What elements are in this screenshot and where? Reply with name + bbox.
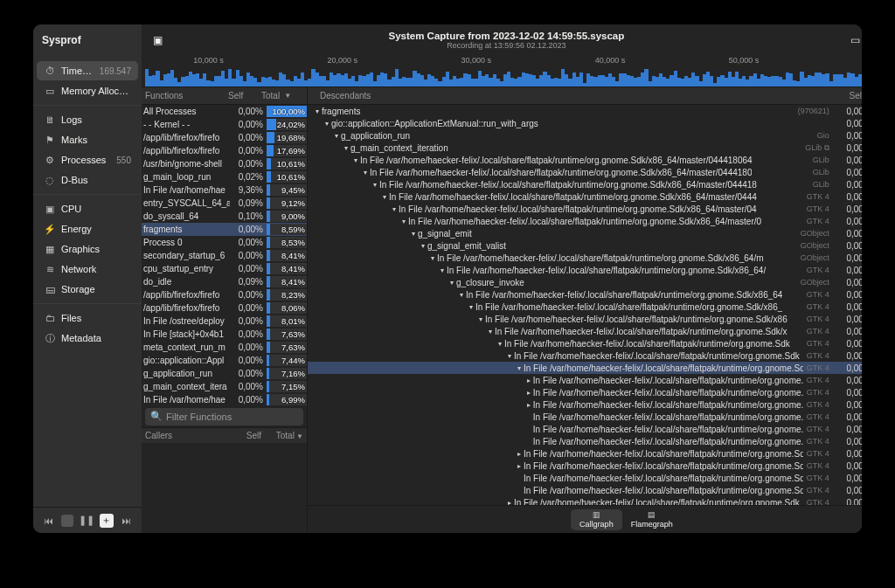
row-expander-icon[interactable]: ▸	[524, 377, 533, 384]
descendant-row[interactable]: ▾g_signal_emitGObject0,00%0,94%1590	[308, 227, 862, 239]
rewind-button[interactable]: ⏮	[41, 513, 57, 529]
callgraph-tab[interactable]: ▥ Callgraph	[571, 509, 622, 530]
sidebar-item[interactable]: 🗎Logs	[37, 110, 138, 129]
descendants-list[interactable]: ▾fragments(970621)0,00%8,59%14570▾gio::a…	[308, 105, 862, 505]
sidebar-toggle-button[interactable]: ▣	[147, 30, 168, 51]
flamegraph-tab[interactable]: ▤ Flamegraph	[622, 509, 682, 530]
sidebar-item[interactable]: ⏱Time Profiler169.547	[37, 61, 138, 80]
row-expander-icon[interactable]: ▾	[419, 242, 427, 250]
function-row[interactable]: /app/lib/firefox/firefo0,00%17,69%	[142, 144, 307, 157]
descendant-row[interactable]: ▾In File /var/home/haecker-felix/.local/…	[308, 301, 862, 313]
descendant-row[interactable]: ▸In File /var/home/haecker-felix/.local/…	[308, 460, 862, 472]
forward-button[interactable]: ⏭	[118, 513, 134, 529]
sidebar-item[interactable]: ⚡Energy	[37, 219, 138, 239]
descendant-row[interactable]: ▾g_application_runGio0,00%7,16%12132	[308, 129, 862, 142]
function-row[interactable]: All Processes0,00%100,00%	[142, 105, 307, 118]
screenshot-button[interactable]: ▭	[845, 30, 862, 51]
descendant-row[interactable]: In File /var/home/haecker-felix/.local/s…	[308, 423, 862, 435]
functions-col-total[interactable]: Total ▼	[261, 91, 303, 100]
function-row[interactable]: g_main_loop_run0,02%10,61%	[142, 170, 307, 183]
function-row[interactable]: cpu_startup_entry0,00%8,41%	[142, 262, 307, 275]
descendant-row[interactable]: ▾In File /var/home/haecker-felix/.local/…	[308, 337, 862, 349]
descendant-row[interactable]: ▾g_closure_invokeGObject0,00%0,84%1420	[308, 276, 862, 288]
row-expander-icon[interactable]: ▾	[486, 328, 495, 336]
functions-col-name[interactable]: Functions	[145, 91, 228, 100]
row-expander-icon[interactable]: ▾	[496, 340, 504, 348]
descendant-row[interactable]: In File /var/home/haecker-felix/.local/s…	[308, 484, 862, 496]
row-expander-icon[interactable]: ▾	[438, 266, 447, 274]
descendant-row[interactable]: ▾In File /var/home/haecker-felix/.local/…	[308, 288, 862, 301]
functions-list[interactable]: All Processes0,00%100,00%- - Kernel - -0…	[142, 105, 307, 406]
filter-functions-input[interactable]: 🔍 Filter Functions	[145, 408, 303, 425]
sidebar-item[interactable]: ▣CPU	[37, 199, 138, 218]
timeline[interactable]: 10,000 s20,000 s30,000 s40,000 s50,000 s…	[142, 56, 862, 87]
row-expander-icon[interactable]: ▸	[515, 450, 524, 458]
function-row[interactable]: gio::application::Appl0,00%7,44%	[142, 354, 307, 367]
sidebar-item[interactable]: ▦Graphics	[37, 239, 138, 259]
row-expander-icon[interactable]: ▾	[515, 364, 524, 372]
row-expander-icon[interactable]: ▸	[505, 499, 514, 506]
add-button[interactable]: ＋	[100, 514, 114, 528]
row-expander-icon[interactable]: ▾	[467, 303, 475, 311]
function-row[interactable]: entry_SYSCALL_64_a0,09%9,12%	[142, 197, 307, 210]
desc-col-name[interactable]: Descendants	[311, 91, 826, 100]
descendant-row[interactable]: ▾In File /var/home/haecker-felix/.local/…	[308, 215, 862, 227]
descendant-row[interactable]: ▾In File /var/home/haecker-felix/.local/…	[308, 190, 862, 203]
pause-button[interactable]: ❚❚	[79, 513, 94, 529]
descendant-row[interactable]: ▸In File /var/home/haecker-felix/.local/…	[308, 496, 862, 505]
row-expander-icon[interactable]: ▾	[476, 315, 485, 323]
row-expander-icon[interactable]: ▾	[342, 144, 350, 152]
callers-col-self[interactable]: Self	[228, 431, 261, 440]
function-row[interactable]: In File /ostree/deploy0,00%8,01%	[142, 315, 307, 328]
descendant-row[interactable]: ▾g_signal_emit_valistGObject0,00%0,94%15…	[308, 239, 862, 252]
descendant-row[interactable]: ▾In File /var/home/haecker-felix/.local/…	[308, 166, 862, 178]
function-row[interactable]: do_syscall_640,10%9,00%	[142, 210, 307, 223]
function-row[interactable]: Process 00,00%8,53%	[142, 236, 307, 249]
row-expander-icon[interactable]: ▾	[409, 230, 418, 238]
descendant-row[interactable]: In File /var/home/haecker-felix/.local/s…	[308, 411, 862, 423]
function-row[interactable]: do_idle0,09%8,41%	[142, 275, 307, 288]
descendant-row[interactable]: ▾g_main_context_iterationGLib ⧉0,00%7,15…	[308, 142, 862, 154]
descendant-row[interactable]: ▾In File /var/home/haecker-felix/.local/…	[308, 203, 862, 215]
callers-col-total[interactable]: Total ▼	[261, 431, 303, 440]
descendant-row[interactable]: ▾In File /var/home/haecker-felix/.local/…	[308, 252, 862, 264]
descendant-row[interactable]: In File /var/home/haecker-felix/.local/s…	[308, 472, 862, 484]
descendant-row[interactable]: ▾In File /var/home/haecker-felix/.local/…	[308, 349, 862, 362]
function-row[interactable]: In File [stack]+0x4b10,00%7,63%	[142, 328, 307, 341]
descendant-row[interactable]: ▸In File /var/home/haecker-felix/.local/…	[308, 386, 862, 398]
descendant-row[interactable]: ▾In File /var/home/haecker-felix/.local/…	[308, 313, 862, 325]
functions-col-self[interactable]: Self	[228, 91, 261, 100]
descendant-row[interactable]: ▾In File /var/home/haecker-felix/.local/…	[308, 325, 862, 337]
row-expander-icon[interactable]: ▾	[399, 218, 408, 225]
function-row[interactable]: /usr/bin/gnome-shell0,00%10,61%	[142, 157, 307, 170]
stop-button[interactable]	[61, 515, 73, 527]
function-row[interactable]: g_application_run0,00%7,16%	[142, 367, 307, 380]
descendant-row[interactable]: ▸In File /var/home/haecker-felix/.local/…	[308, 374, 862, 386]
row-expander-icon[interactable]: ▾	[390, 205, 399, 213]
sidebar-item[interactable]: ≋Network	[37, 259, 138, 279]
callers-col-name[interactable]: Callers	[145, 431, 228, 440]
descendant-row[interactable]: ▸In File /var/home/haecker-felix/.local/…	[308, 398, 862, 411]
row-expander-icon[interactable]: ▾	[313, 107, 322, 115]
row-expander-icon[interactable]: ▾	[505, 352, 514, 360]
sidebar-item[interactable]: 🖴Storage	[37, 280, 138, 299]
function-row[interactable]: In File /var/home/hae0,00%6,99%	[142, 393, 307, 406]
row-expander-icon[interactable]: ▸	[524, 389, 533, 397]
function-row[interactable]: /app/lib/firefox/firefo0,00%8,23%	[142, 288, 307, 301]
row-expander-icon[interactable]: ▾	[323, 120, 331, 128]
row-expander-icon[interactable]: ▾	[380, 193, 389, 201]
row-expander-icon[interactable]: ▾	[448, 279, 456, 287]
descendant-row[interactable]: ▾In File /var/home/haecker-felix/.local/…	[308, 154, 862, 166]
function-row[interactable]: /app/lib/firefox/firefo0,00%8,06%	[142, 301, 307, 315]
descendant-row[interactable]: In File /var/home/haecker-felix/.local/s…	[308, 435, 862, 447]
descendant-row[interactable]: ▾In File /var/home/haecker-felix/.local/…	[308, 264, 862, 276]
descendant-row[interactable]: ▾fragments(970621)0,00%8,59%14570	[308, 105, 862, 117]
sidebar-item[interactable]: ⚑Marks	[37, 130, 138, 149]
descendant-row[interactable]: ▸In File /var/home/haecker-felix/.local/…	[308, 447, 862, 460]
sidebar-item[interactable]: 🗀Files	[37, 308, 138, 328]
descendant-row[interactable]: ▾gio::application::ApplicationExtManual:…	[308, 117, 862, 129]
sidebar-item[interactable]: ▭Memory Allocations	[37, 81, 138, 100]
row-expander-icon[interactable]: ▸	[515, 462, 524, 470]
sidebar-item[interactable]: ◌D-Bus	[37, 170, 138, 190]
function-row[interactable]: In File /var/home/hae9,36%9,45%	[142, 183, 307, 197]
